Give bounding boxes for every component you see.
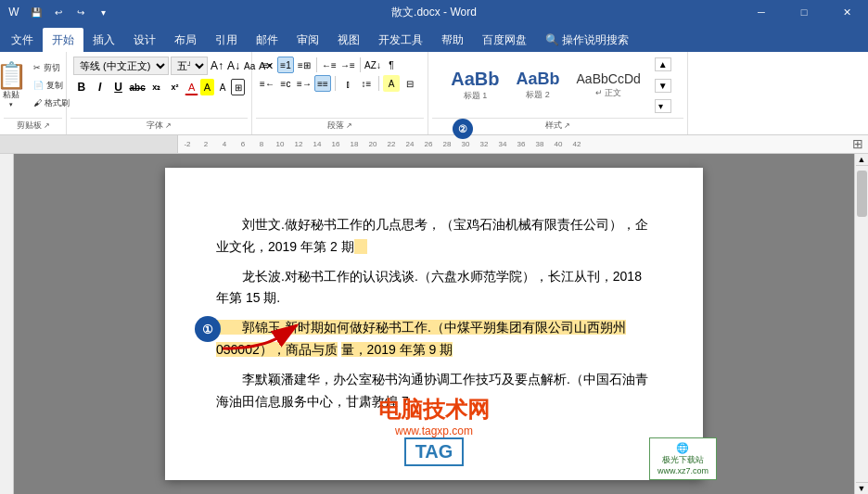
style-heading2-label: 标题 2: [526, 89, 550, 101]
sort-button[interactable]: AZ↓: [364, 57, 381, 73]
bullets-button[interactable]: ≡•: [259, 57, 275, 73]
tab-baidu[interactable]: 百度网盘: [473, 28, 536, 52]
grow-font-button[interactable]: A↑: [210, 57, 224, 74]
ruler-settings-icon[interactable]: ⊞: [852, 136, 863, 151]
tab-file[interactable]: 文件: [2, 28, 43, 52]
tab-insert[interactable]: 插入: [83, 28, 124, 52]
font-size-select[interactable]: 五号: [171, 57, 208, 75]
logo-text1: 极光下载站: [662, 454, 704, 466]
paragraph-1-text: 刘世文.做好秘书工作的几点思考，（宝鸡石油机械有限责任公司），企业文化，2019…: [216, 217, 648, 254]
underline-button[interactable]: U: [110, 77, 127, 97]
tab-mailings[interactable]: 邮件: [247, 28, 287, 52]
paragraph-1: 刘世文.做好秘书工作的几点思考，（宝鸡石油机械有限责任公司），企业文化，2019…: [216, 214, 652, 259]
paragraph-label: 段落 ↗: [256, 118, 424, 133]
tab-developer[interactable]: 开发工具: [369, 28, 432, 52]
tab-review[interactable]: 审阅: [287, 28, 328, 52]
paragraph-group: ≡• ≡1 ≡⊞ ←≡ →≡ AZ↓ ¶ ≡← ≡c ≡→ ≡≡ ⫿: [252, 52, 428, 134]
ruler-gray-area: [0, 135, 178, 153]
close-button[interactable]: ✕: [825, 0, 868, 24]
style-heading2-preview: AaBb: [517, 70, 560, 87]
search-icon: 🔍: [545, 33, 559, 46]
strikethrough-button[interactable]: abc: [128, 77, 146, 97]
left-sidebar: [0, 154, 14, 494]
tab-search[interactable]: 🔍 操作说明搜索: [536, 28, 638, 52]
save-button[interactable]: 💾: [27, 3, 45, 21]
style-heading1[interactable]: AaBb 标题 1: [444, 65, 505, 107]
styles-expand-icon[interactable]: ↗: [564, 121, 570, 130]
font-name-select[interactable]: 等线 (中文正文): [73, 57, 169, 75]
clipboard-expand-icon[interactable]: ↗: [44, 121, 50, 130]
paragraph-4-text: 李默颖潘建华，办公室秘书沟通协调工作技巧及要点解析.（中国石油青海油田信息服务中…: [216, 372, 648, 409]
bottom-logo: 🌐 极光下载站 www.xz7.com: [649, 437, 717, 480]
tab-help[interactable]: 帮助: [432, 28, 473, 52]
separator-2: [360, 57, 361, 72]
columns-button[interactable]: ⫿: [339, 75, 356, 92]
ruler-mark: 18: [345, 140, 364, 148]
search-label: 操作说明搜索: [562, 32, 629, 48]
tab-layout[interactable]: 布局: [165, 28, 206, 52]
ruler-mark: 26: [419, 140, 438, 148]
ruler-mark: 30: [456, 140, 475, 148]
decrease-indent-button[interactable]: ←≡: [321, 57, 338, 73]
increase-indent-button[interactable]: →≡: [339, 57, 356, 73]
ruler-mark: 38: [530, 140, 549, 148]
multilevel-list-button[interactable]: ≡⊞: [296, 57, 313, 73]
styles-gallery: AaBb 标题 1 AaBb 标题 2 AaBbCcDd ↵ 正文 ▲ ▼ ▾: [440, 54, 674, 117]
title-bar: W 💾 ↩ ↪ ▾ 散文.docx - Word ─ □ ✕: [0, 0, 868, 24]
line-spacing-button[interactable]: ↕≡: [358, 75, 375, 92]
paragraph-expand-icon[interactable]: ↗: [346, 121, 352, 130]
redo-button[interactable]: ↪: [71, 3, 90, 21]
style-normal[interactable]: AaBbCcDd ↵ 正文: [570, 68, 647, 104]
styles-more-button[interactable]: ▾: [655, 99, 671, 113]
scroll-thumb[interactable]: [857, 171, 867, 217]
tab-references[interactable]: 引用: [206, 28, 247, 52]
font-expand-icon[interactable]: ↗: [165, 121, 172, 130]
borders-button[interactable]: ⊞: [231, 79, 245, 95]
tab-design[interactable]: 设计: [124, 28, 165, 52]
font-color-button[interactable]: A: [185, 79, 198, 95]
font-name-row: 等线 (中文正文) 五号 A↑ A↓ Aa A✕ A: [73, 57, 245, 75]
restore-button[interactable]: □: [783, 0, 825, 24]
logo-aurora-icon: 🌐: [676, 442, 689, 454]
shading-button[interactable]: A: [216, 79, 230, 95]
ribbon-tabs: 文件 开始 插入 设计 布局 引用 邮件 审阅 视图 开发工具 帮助 百度网盘 …: [0, 24, 868, 52]
styles-scroll-down[interactable]: ▼: [655, 79, 671, 93]
paste-button[interactable]: 📋 粘贴 ▾: [0, 63, 29, 108]
shrink-font-button[interactable]: A↓: [226, 57, 241, 74]
right-scrollbar[interactable]: ▲ ▼: [854, 154, 868, 494]
superscript-button[interactable]: x²: [167, 77, 184, 97]
align-right-button[interactable]: ≡→: [296, 75, 313, 92]
watermark-tag-label: TAG: [404, 437, 465, 466]
border-style-button[interactable]: ⊟: [402, 75, 418, 92]
shading-fill-button[interactable]: A: [383, 75, 400, 92]
style-heading1-label: 标题 1: [464, 90, 488, 102]
style-heading2[interactable]: AaBb 标题 2: [510, 66, 567, 106]
red-arrow: [218, 316, 311, 357]
numbering-button[interactable]: ≡1: [277, 57, 294, 73]
scroll-down-button[interactable]: ▼: [856, 482, 868, 494]
main-area: 刘世文.做好秘书工作的几点思考，（宝鸡石油机械有限责任公司），企业文化，2019…: [0, 154, 868, 494]
annotation-2-circle: ②: [453, 119, 473, 139]
bold-button[interactable]: B: [73, 77, 90, 97]
align-left-button[interactable]: ≡←: [259, 75, 275, 92]
ruler-mark: 40: [549, 140, 568, 148]
tab-view[interactable]: 视图: [328, 28, 369, 52]
undo-button[interactable]: ↩: [49, 3, 68, 21]
window-title: 散文.docx - Word: [391, 5, 477, 20]
ruler-mark: 28: [438, 140, 456, 148]
italic-button[interactable]: I: [92, 77, 108, 97]
customize-qat-button[interactable]: ▾: [94, 3, 112, 21]
scroll-up-button[interactable]: ▲: [856, 154, 868, 166]
ruler-numbers: -2 2 4 6 8 10 12 14 16 18 20 22 24 26 28…: [178, 140, 586, 148]
show-marks-button[interactable]: ¶: [383, 57, 400, 73]
tab-home[interactable]: 开始: [43, 28, 83, 52]
styles-scroll-buttons: ▲ ▼ ▾: [655, 57, 671, 113]
highlight-button[interactable]: A: [200, 79, 214, 95]
styles-scroll-up[interactable]: ▲: [655, 57, 671, 71]
minimize-button[interactable]: ─: [740, 0, 783, 24]
justify-button[interactable]: ≡≡: [314, 75, 331, 92]
subscript-button[interactable]: x₂: [148, 77, 165, 97]
align-center-button[interactable]: ≡c: [277, 75, 294, 92]
ruler-mark: 10: [271, 140, 289, 148]
document-area[interactable]: 刘世文.做好秘书工作的几点思考，（宝鸡石油机械有限责任公司），企业文化，2019…: [14, 154, 854, 494]
